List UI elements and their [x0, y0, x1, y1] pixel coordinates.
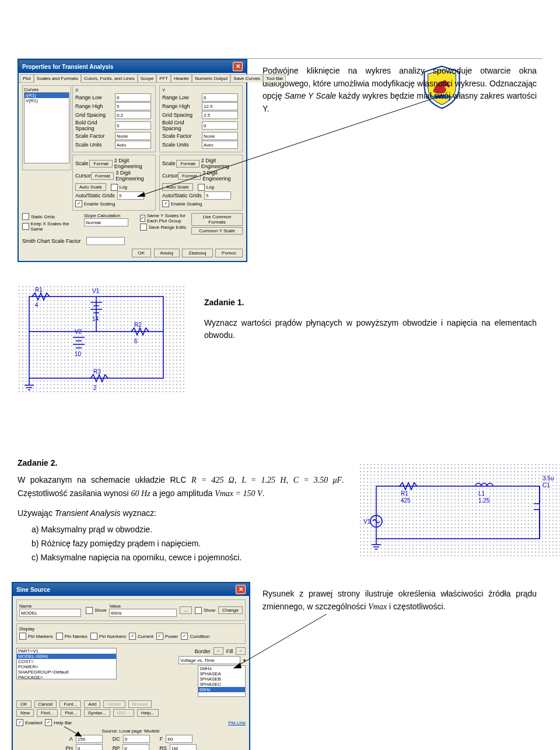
apply-button[interactable]: Zastosuj: [182, 249, 212, 257]
y-grid-input[interactable]: [202, 111, 238, 119]
enable-scaling-checkbox[interactable]: ✓: [162, 200, 169, 207]
list-item[interactable]: PART=V1: [17, 648, 116, 654]
auto-scale-button[interactable]: Auto Scale: [162, 183, 193, 191]
x-grid-input[interactable]: [115, 111, 151, 119]
dc-input[interactable]: [123, 735, 150, 743]
help-button[interactable]: Pomoc: [215, 249, 243, 257]
close-icon[interactable]: ✕: [236, 585, 246, 594]
add-button[interactable]: Add: [84, 700, 100, 708]
ibis-button[interactable]: IBIS...: [113, 709, 134, 717]
y-bold-input[interactable]: [202, 121, 238, 130]
value-input[interactable]: [109, 609, 177, 617]
y-range-low-input[interactable]: [202, 93, 238, 102]
list-item[interactable]: POWER=: [17, 664, 116, 669]
y-sf-select[interactable]: [202, 132, 238, 140]
dialog-titlebar[interactable]: Sine Source ✕: [13, 583, 249, 596]
format-button[interactable]: Format: [178, 172, 201, 180]
log-checkbox[interactable]: [111, 184, 118, 191]
show-checkbox[interactable]: [86, 607, 93, 614]
tab-numeric[interactable]: Numeric Output: [192, 74, 230, 82]
list-item[interactable]: V(R1): [24, 98, 69, 103]
model-list[interactable]: 1MHz 3PHASEA 3PHASEB 3PHASEC 60Hz: [198, 665, 246, 697]
close-icon[interactable]: ✕: [233, 62, 243, 71]
cancel-button[interactable]: Anuluj: [154, 249, 180, 257]
ph-input[interactable]: [76, 744, 103, 750]
auto-static-input[interactable]: [117, 191, 144, 200]
rs-input[interactable]: [170, 744, 197, 750]
fill-button[interactable]: ▫: [236, 647, 246, 655]
same-y-checkbox[interactable]: ✓: [140, 215, 145, 222]
tab-colors[interactable]: Colors, Fonts, and Lines: [81, 74, 138, 82]
tab-save[interactable]: Save Curves: [230, 74, 263, 82]
list-item[interactable]: 1MHz: [198, 666, 245, 671]
name-input[interactable]: [19, 609, 81, 617]
list-item[interactable]: PACKAGE=: [17, 675, 116, 679]
use-common-button[interactable]: Use Common Formats: [191, 213, 243, 226]
tab-header[interactable]: Header: [171, 74, 192, 82]
font-button[interactable]: Font...: [60, 700, 81, 708]
ok-button[interactable]: OK: [132, 249, 152, 257]
power-checkbox[interactable]: ✓: [156, 633, 163, 640]
condition-checkbox[interactable]: ✓: [181, 633, 188, 640]
format-button[interactable]: Format: [176, 160, 199, 168]
enable-scaling-checkbox[interactable]: ✓: [75, 200, 82, 207]
y-range-high-input[interactable]: [202, 102, 238, 110]
x-range-low-input[interactable]: [115, 93, 151, 102]
cancel-button[interactable]: Cancel: [34, 700, 57, 708]
syntax-button[interactable]: Syntax...: [84, 709, 110, 717]
tab-scope[interactable]: Scope: [138, 74, 157, 82]
y-su-select[interactable]: [202, 141, 238, 149]
x-range-high-input[interactable]: [115, 102, 151, 110]
enabled-checkbox[interactable]: ✓: [16, 719, 23, 726]
file-link[interactable]: File Link: [228, 720, 246, 725]
pin-names-checkbox[interactable]: [56, 633, 63, 640]
new-button[interactable]: New: [16, 709, 34, 717]
smith-input[interactable]: [86, 237, 125, 245]
format-button[interactable]: Format: [91, 172, 114, 180]
slope-select[interactable]: [84, 218, 128, 226]
plot-button[interactable]: Plot...: [61, 709, 80, 717]
browse-button[interactable]: ...: [180, 606, 192, 614]
list-item[interactable]: 3PHASEC: [198, 682, 245, 687]
show-checkbox[interactable]: [195, 607, 202, 614]
tab-toolbar[interactable]: Tool Bar: [263, 74, 286, 82]
combo-select[interactable]: [178, 656, 240, 664]
common-y-button[interactable]: Common Y Scale: [191, 227, 243, 235]
ok-button[interactable]: OK: [16, 700, 32, 708]
list-item[interactable]: 3PHASEA: [198, 671, 245, 676]
browse-button[interactable]: Browse: [128, 700, 152, 708]
pin-numbers-checkbox[interactable]: [90, 633, 97, 640]
log-checkbox[interactable]: [198, 184, 205, 191]
pin-markers-checkbox[interactable]: [19, 633, 26, 640]
static-grids-checkbox[interactable]: [22, 213, 29, 220]
properties-list[interactable]: PART=V1 MODEL=60Hz COST= POWER= SHAPEGRO…: [16, 648, 117, 679]
f-input[interactable]: [166, 735, 192, 743]
list-item[interactable]: SHAPEGROUP=Default: [17, 669, 116, 675]
format-button[interactable]: Format: [89, 160, 112, 168]
list-item[interactable]: 60Hz: [198, 687, 245, 692]
list-item[interactable]: I(R1): [24, 93, 69, 98]
tab-scales[interactable]: Scales and Formats: [34, 74, 81, 83]
current-checkbox[interactable]: ✓: [129, 633, 136, 640]
auto-static-input[interactable]: [204, 191, 231, 200]
auto-scale-button[interactable]: Auto Scale: [75, 183, 106, 191]
x-bold-input[interactable]: [115, 121, 151, 130]
x-su-select[interactable]: [115, 141, 151, 149]
delete-button[interactable]: Delete: [103, 700, 125, 708]
rp-input[interactable]: [123, 744, 149, 750]
keep-x-checkbox[interactable]: [22, 223, 29, 230]
x-sf-select[interactable]: [115, 132, 151, 140]
find-button[interactable]: Find...: [37, 709, 58, 717]
list-item[interactable]: 3PHASEB: [198, 676, 245, 682]
change-button[interactable]: Change: [218, 606, 243, 614]
curves-list[interactable]: I(R1) V(R1): [24, 92, 69, 163]
tab-plot[interactable]: Plot: [20, 74, 34, 82]
list-item[interactable]: COST=: [17, 659, 116, 664]
dialog-titlebar[interactable]: Properties for Transient Analysis ✕: [19, 60, 246, 73]
a-input[interactable]: [76, 735, 103, 743]
list-item[interactable]: MODEL=60Hz: [17, 654, 116, 659]
save-range-checkbox[interactable]: [140, 224, 147, 231]
help-button[interactable]: Help...: [137, 709, 159, 717]
tab-fft[interactable]: FFT: [156, 74, 171, 82]
border-button[interactable]: ▫: [214, 647, 223, 655]
